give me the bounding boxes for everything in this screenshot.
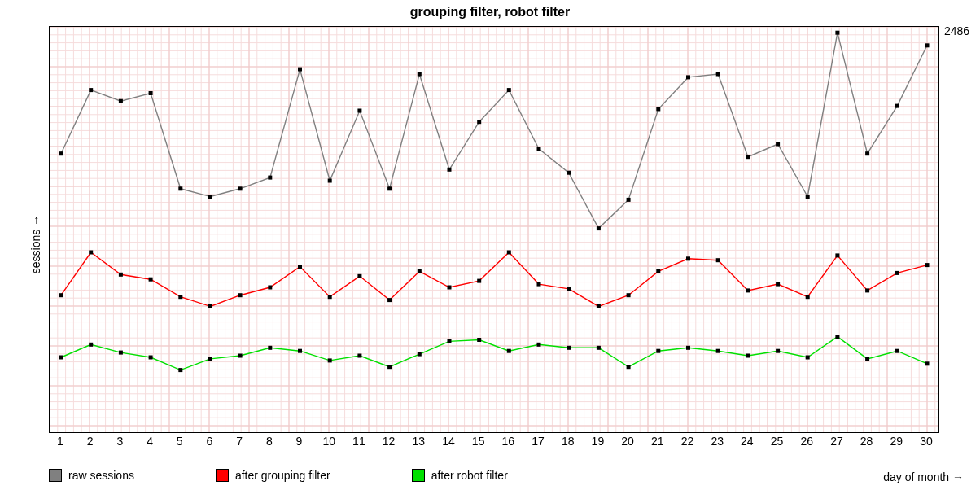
data-point	[507, 349, 511, 353]
data-point	[627, 293, 631, 297]
data-point	[865, 151, 869, 155]
plot-area	[49, 26, 939, 433]
data-point	[567, 171, 571, 175]
legend-swatch-grouping	[216, 469, 229, 482]
data-point	[59, 293, 63, 297]
x-tick: 26	[800, 435, 813, 448]
data-point	[567, 287, 571, 291]
legend-label-raw: raw sessions	[68, 469, 134, 482]
data-point	[149, 278, 153, 282]
data-point	[298, 265, 302, 269]
data-point	[477, 338, 481, 342]
data-point	[238, 186, 243, 190]
data-point	[806, 356, 810, 360]
legend: raw sessions after grouping filter after…	[49, 469, 508, 482]
data-point	[418, 72, 422, 77]
x-tick: 24	[741, 435, 754, 448]
legend-item-robot: after robot filter	[412, 469, 508, 482]
x-tick: 10	[322, 435, 335, 448]
data-point	[865, 288, 869, 292]
data-point	[59, 151, 63, 155]
data-point	[208, 304, 212, 308]
x-tick: 20	[621, 435, 634, 448]
data-point	[925, 361, 930, 365]
x-tick: 19	[592, 435, 605, 448]
data-point	[328, 295, 332, 299]
x-tick: 27	[830, 435, 843, 448]
x-tick: 28	[860, 435, 873, 448]
data-point	[149, 91, 153, 95]
data-point	[268, 176, 272, 180]
data-point	[387, 365, 392, 369]
data-point	[477, 279, 481, 283]
x-ticks: 1234567891011121314151617181920212223242…	[49, 435, 939, 453]
data-point	[925, 263, 930, 267]
data-point	[477, 120, 481, 124]
x-tick: 14	[442, 435, 455, 448]
x-tick: 1	[57, 435, 63, 448]
data-point	[208, 195, 212, 199]
data-point	[835, 253, 839, 257]
x-tick: 5	[177, 435, 183, 448]
x-tick: 22	[681, 435, 694, 448]
legend-item-grouping: after grouping filter	[216, 469, 330, 482]
data-point	[89, 251, 93, 255]
data-point	[387, 298, 392, 302]
data-point	[59, 356, 63, 360]
data-point	[268, 346, 272, 350]
legend-label-robot: after robot filter	[431, 469, 508, 482]
data-point	[238, 354, 243, 358]
data-point	[656, 349, 660, 353]
data-point	[806, 295, 810, 299]
data-point	[328, 358, 332, 362]
data-point	[448, 339, 452, 343]
data-point	[298, 68, 302, 72]
data-point	[686, 346, 690, 350]
data-point	[357, 354, 361, 358]
data-point	[597, 226, 601, 230]
data-point	[597, 304, 601, 308]
data-point	[238, 293, 243, 297]
x-tick: 9	[296, 435, 303, 448]
x-tick: 4	[147, 435, 153, 448]
data-point	[716, 349, 720, 353]
data-point	[746, 288, 750, 292]
data-point	[835, 335, 839, 339]
x-tick: 7	[236, 435, 243, 448]
ymax-annotation: 2486	[944, 24, 969, 37]
data-point	[387, 186, 392, 190]
data-point	[357, 109, 361, 113]
data-point	[656, 107, 660, 112]
data-point	[537, 343, 541, 347]
x-tick: 8	[266, 435, 273, 448]
data-point	[537, 147, 541, 151]
data-point	[746, 155, 750, 159]
x-tick: 16	[502, 435, 515, 448]
data-point	[627, 365, 631, 369]
data-point	[716, 72, 720, 77]
data-point	[448, 286, 452, 290]
data-point	[507, 251, 511, 255]
x-tick: 18	[562, 435, 575, 448]
x-tick: 2	[87, 435, 94, 448]
x-tick: 12	[383, 435, 396, 448]
data-point	[418, 352, 422, 357]
x-tick: 13	[412, 435, 425, 448]
legend-label-grouping: after grouping filter	[235, 469, 330, 482]
x-tick: 17	[532, 435, 545, 448]
plot-svg	[50, 27, 938, 432]
data-point	[119, 99, 123, 103]
data-point	[925, 43, 930, 47]
chart-container: grouping filter, robot filter sessions →…	[0, 0, 980, 490]
x-tick: 3	[116, 435, 123, 448]
data-point	[656, 269, 660, 273]
x-tick: 30	[920, 435, 933, 448]
series-line	[61, 337, 927, 370]
data-point	[89, 343, 93, 347]
data-point	[298, 349, 302, 353]
data-point	[776, 349, 780, 353]
data-point	[776, 142, 780, 147]
data-point	[776, 282, 780, 287]
x-tick: 25	[771, 435, 784, 448]
x-tick: 6	[207, 435, 213, 448]
